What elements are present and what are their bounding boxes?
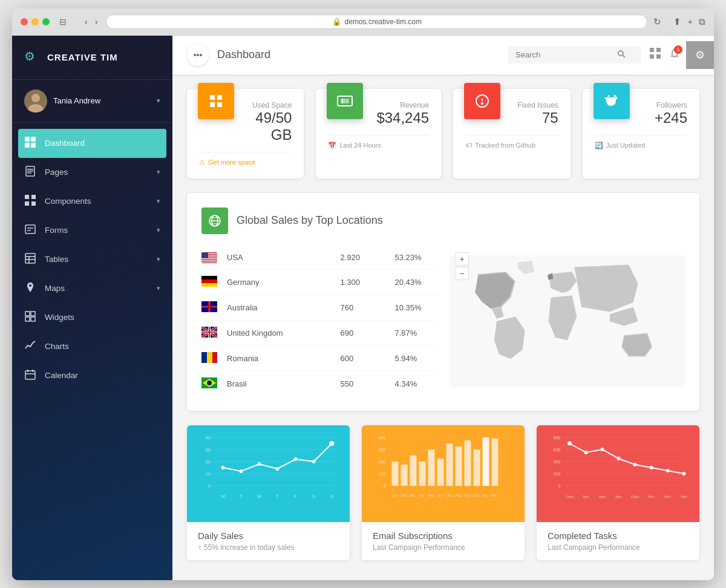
sidebar-item-charts[interactable]: Charts: [12, 332, 172, 361]
warning-icon: ⚠: [199, 158, 205, 166]
svg-point-149: [567, 441, 572, 445]
sidebar-item-label: Calendar: [45, 371, 160, 380]
topbar-menu-button[interactable]: •••: [187, 44, 209, 66]
table-row: United Kingdom 690 7.87%: [201, 321, 437, 346]
sidebar-toggle-button[interactable]: ⊟: [56, 16, 70, 28]
sidebar-item-components[interactable]: Components ▾: [12, 187, 172, 216]
duplicate-button[interactable]: ⧉: [699, 16, 705, 27]
svg-rect-58: [201, 260, 217, 260]
svg-rect-68: [208, 301, 211, 312]
user-profile[interactable]: Tania Andrew ▾: [12, 80, 172, 123]
completed-tasks-chart-svg: 800 600 400 200 0: [543, 431, 693, 510]
lock-icon: 🔒: [332, 18, 341, 26]
svg-rect-34: [650, 54, 654, 59]
svg-rect-57: [201, 258, 217, 258]
search-input[interactable]: [515, 50, 612, 59]
stat-content-fixed-issues: Fixed Issues 75: [514, 101, 558, 126]
sidebar-item-maps[interactable]: Maps ▾: [12, 274, 172, 303]
logo-text: CREATIVE TIM: [47, 52, 118, 62]
settings-gear-button[interactable]: ⚙: [686, 41, 714, 69]
sidebar-item-forms[interactable]: Forms ▾: [12, 216, 172, 245]
stat-label: Fixed Issues: [514, 101, 558, 109]
svg-rect-10: [27, 172, 31, 174]
svg-rect-38: [210, 95, 215, 100]
stat-content-revenue: Revenue $34,245: [376, 101, 429, 126]
update-icon: 🔄: [595, 142, 603, 149]
stat-card-used-space: Used Space 49/50 GB ⚠ Get more space: [187, 89, 304, 178]
zoom-in-button[interactable]: +: [456, 252, 469, 266]
svg-point-150: [584, 451, 588, 454]
svg-text:W: W: [257, 494, 262, 499]
svg-rect-59: [201, 261, 217, 262]
topbar: ••• Dashboard 5: [172, 36, 714, 74]
new-tab-button[interactable]: +: [687, 16, 693, 27]
svg-text:0: 0: [558, 484, 561, 488]
sidebar-item-dashboard[interactable]: Dashboard: [18, 129, 166, 158]
svg-point-30: [618, 51, 623, 56]
logo-icon: ⚙: [24, 49, 41, 66]
search-button[interactable]: [617, 50, 626, 60]
svg-text:S: S: [330, 494, 333, 499]
main-content: ••• Dashboard 5: [172, 36, 714, 580]
svg-rect-39: [217, 95, 222, 100]
stat-icon-used-space: [198, 83, 234, 119]
maximize-button[interactable]: [42, 18, 50, 25]
svg-rect-118: [419, 462, 426, 486]
email-subscriptions-chart-svg: 800 600 400 200 0: [368, 431, 518, 510]
svg-rect-24: [25, 317, 30, 321]
sales-value: 550: [341, 379, 389, 388]
svg-rect-11: [25, 195, 29, 199]
svg-text:12am: 12am: [566, 495, 574, 498]
chart-subtitle: Last Campaign Performance: [548, 543, 688, 552]
app-container: ⚙ CREATIVE TIM Tania Andrew ▾: [12, 36, 714, 580]
sidebar-item-widgets[interactable]: Widgets: [12, 303, 172, 332]
svg-rect-73: [201, 332, 217, 333]
sidebar-item-label: Widgets: [45, 313, 160, 322]
stat-card-fixed-issues: Fixed Issues 75 🏷 Tracked from Github: [453, 89, 570, 178]
sidebar-item-tables[interactable]: Tables ▾: [12, 245, 172, 274]
sales-content: USA 2.920 53.23% Germany 1.300: [201, 246, 685, 396]
stat-value: $34,245: [376, 109, 429, 126]
sidebar-item-calendar[interactable]: Calendar: [12, 361, 172, 390]
svg-text:200: 200: [379, 472, 386, 476]
stat-footer-text: Last 24 Hours: [339, 142, 381, 149]
zoom-out-button[interactable]: −: [456, 267, 469, 280]
svg-text:Dec: Dec: [491, 494, 498, 497]
share-button[interactable]: ⬆: [673, 16, 681, 27]
chart-info-daily-sales: Daily Sales ↑ 55% increase in today sale…: [187, 522, 350, 560]
traffic-lights: [21, 18, 50, 25]
sales-value: 2.920: [341, 253, 389, 262]
notifications-button[interactable]: 5: [669, 48, 680, 62]
sales-percent: 4.34%: [395, 379, 437, 388]
stat-footer: 📅 Last 24 Hours: [328, 135, 429, 149]
svg-text:800: 800: [379, 436, 386, 440]
close-button[interactable]: [21, 18, 28, 25]
maps-caret-icon: ▾: [157, 284, 160, 292]
chart-subtitle: Last Campaign Performance: [373, 543, 514, 552]
reload-button[interactable]: ↻: [653, 16, 661, 27]
country-name: Australia: [227, 303, 335, 312]
svg-text:Apr: Apr: [419, 494, 425, 497]
sidebar: ⚙ CREATIVE TIM Tania Andrew ▾: [12, 36, 172, 580]
minimize-button[interactable]: [31, 18, 39, 25]
svg-rect-15: [25, 225, 35, 234]
back-button[interactable]: ‹: [82, 16, 90, 28]
sidebar-item-pages[interactable]: Pages ▾: [12, 158, 172, 187]
chart-area-daily-sales: 40 30 20 10 0: [187, 425, 350, 522]
user-name: Tania Andrew: [53, 96, 151, 105]
svg-rect-23: [31, 312, 35, 316]
grid-view-button[interactable]: [650, 48, 661, 62]
svg-text:0: 0: [208, 483, 211, 489]
tables-icon: [24, 253, 36, 266]
svg-rect-126: [492, 439, 499, 486]
forward-button[interactable]: ›: [93, 16, 100, 28]
table-row: Australia 760 10.35%: [201, 295, 437, 321]
address-bar[interactable]: 🔒 demos.creative-tim.com: [106, 15, 647, 29]
svg-text:6pm: 6pm: [599, 495, 606, 498]
svg-text:Mai: Mai: [428, 494, 434, 497]
stat-footer-text: Tracked from Github: [475, 142, 535, 149]
table-row: USA 2.920 53.23%: [201, 246, 437, 270]
chart-subtitle: ↑ 55% increase in today sales: [198, 543, 339, 552]
sales-value: 1.300: [341, 278, 389, 287]
svg-text:F: F: [294, 494, 297, 499]
